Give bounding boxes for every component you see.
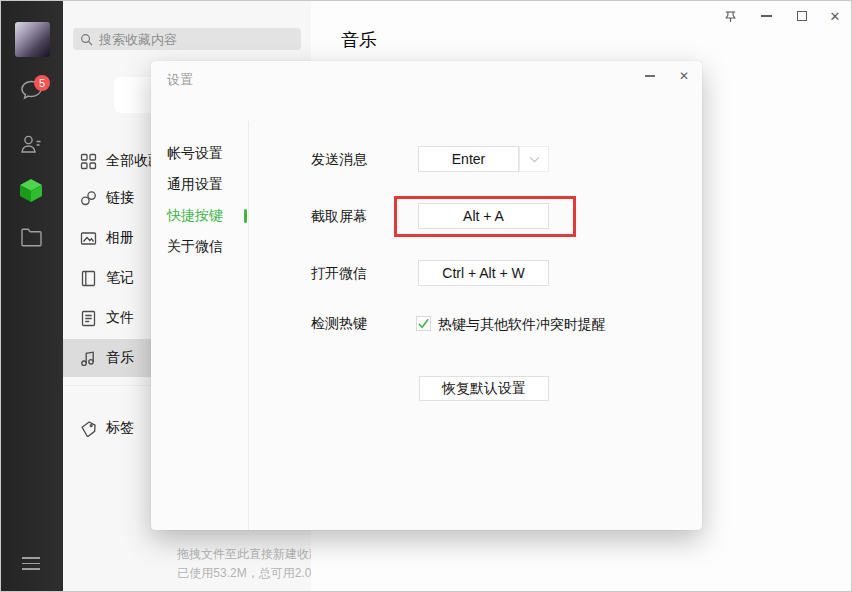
open-wechat-label: 打开微信 xyxy=(311,265,367,283)
grid-icon xyxy=(80,153,97,170)
search-box[interactable] xyxy=(73,28,301,50)
dialog-close-button[interactable]: ✕ xyxy=(673,65,695,87)
album-icon xyxy=(80,230,97,247)
active-nav-indicator xyxy=(244,209,247,223)
page-title: 音乐 xyxy=(341,28,377,52)
dialog-title: 设置 xyxy=(167,71,193,89)
search-input[interactable] xyxy=(99,32,294,47)
maximize-icon xyxy=(797,11,807,21)
conflict-alert-label: 热键与其他软件冲突时提醒 xyxy=(438,316,606,334)
maximize-button[interactable] xyxy=(792,6,812,26)
favorites-icon[interactable] xyxy=(18,177,43,202)
notes-icon xyxy=(80,270,97,287)
minimize-button[interactable] xyxy=(756,6,776,26)
wechat-window: 5 xyxy=(0,0,852,592)
collections-item-label: 相册 xyxy=(106,229,134,247)
settings-nav-shortcuts[interactable]: 快捷按键 xyxy=(167,207,223,229)
collections-item-label: 笔记 xyxy=(106,269,134,287)
contacts-icon[interactable] xyxy=(19,132,44,157)
send-message-select[interactable]: Enter xyxy=(418,146,519,172)
music-icon xyxy=(80,350,97,367)
detect-hotkey-label: 检测热键 xyxy=(311,315,367,333)
open-wechat-shortcut-button[interactable]: Ctrl + Alt + W xyxy=(418,260,549,286)
restore-defaults-button[interactable]: 恢复默认设置 xyxy=(419,376,549,401)
capture-screen-label: 截取屏幕 xyxy=(311,208,367,226)
send-message-dropdown-button[interactable] xyxy=(519,146,549,172)
collections-item-label: 链接 xyxy=(106,189,134,207)
collections-item-label: 音乐 xyxy=(106,349,134,367)
close-icon: ✕ xyxy=(830,9,841,24)
search-icon xyxy=(80,33,93,46)
tag-icon xyxy=(80,420,97,437)
link-icon xyxy=(80,190,97,207)
close-button[interactable]: ✕ xyxy=(825,6,845,26)
settings-nav-about[interactable]: 关于微信 xyxy=(167,238,223,260)
dialog-minimize-button[interactable] xyxy=(639,65,661,87)
nav-sidebar: 5 xyxy=(1,1,63,592)
files-folder-icon[interactable] xyxy=(19,225,44,250)
close-icon: ✕ xyxy=(679,69,689,83)
collections-item-label: 文件 xyxy=(106,309,134,327)
menu-icon[interactable] xyxy=(22,557,40,571)
pin-button[interactable] xyxy=(720,6,740,26)
settings-nav-general[interactable]: 通用设置 xyxy=(167,176,223,198)
check-icon xyxy=(417,317,430,330)
collections-item-label: 标签 xyxy=(106,419,134,437)
unread-badge: 5 xyxy=(34,75,50,91)
settings-nav-account[interactable]: 帐号设置 xyxy=(167,145,223,167)
send-message-label: 发送消息 xyxy=(311,151,367,169)
avatar[interactable] xyxy=(15,22,50,57)
conflict-alert-checkbox[interactable] xyxy=(416,316,431,331)
chevron-down-icon xyxy=(529,156,540,163)
capture-shortcut-button[interactable]: Alt + A xyxy=(418,203,549,229)
file-icon xyxy=(80,310,97,327)
minimize-icon xyxy=(645,75,655,76)
nav-separator xyxy=(248,121,249,530)
settings-dialog: 设置 ✕ 帐号设置 通用设置 快捷按键 关于微信 发送消息 Enter 截取屏幕… xyxy=(151,61,702,530)
minimize-icon xyxy=(761,15,772,17)
